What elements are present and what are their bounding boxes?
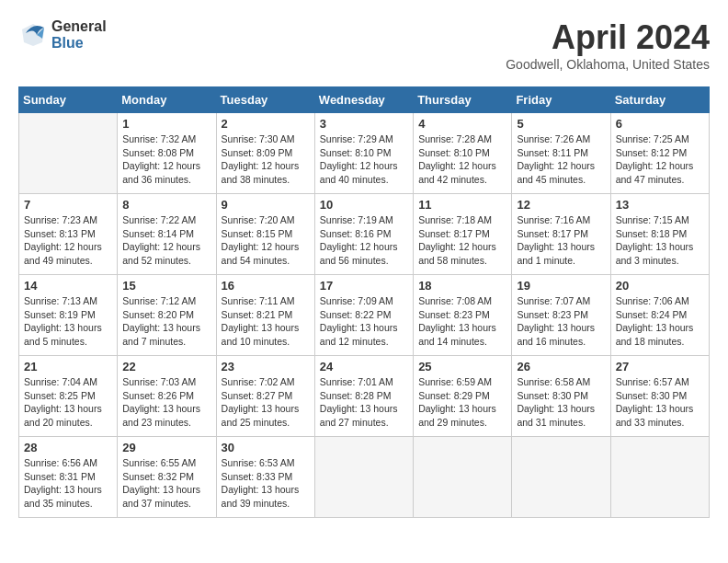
calendar-cell: 8Sunrise: 7:22 AM Sunset: 8:14 PM Daylig… [118, 194, 216, 275]
calendar-cell: 14Sunrise: 7:13 AM Sunset: 8:19 PM Dayli… [19, 275, 118, 356]
week-row-1: 1Sunrise: 7:32 AM Sunset: 8:08 PM Daylig… [19, 113, 710, 194]
calendar-cell: 15Sunrise: 7:12 AM Sunset: 8:20 PM Dayli… [118, 275, 216, 356]
day-info: Sunrise: 6:58 AM Sunset: 8:30 PM Dayligh… [517, 375, 605, 430]
day-info: Sunrise: 7:30 AM Sunset: 8:09 PM Dayligh… [222, 132, 310, 187]
day-number: 30 [222, 441, 310, 454]
day-header-friday: Friday [512, 87, 610, 113]
calendar-cell: 16Sunrise: 7:11 AM Sunset: 8:21 PM Dayli… [216, 275, 314, 356]
day-info: Sunrise: 7:29 AM Sunset: 8:10 PM Dayligh… [320, 132, 408, 187]
day-info: Sunrise: 7:19 AM Sunset: 8:16 PM Dayligh… [320, 213, 408, 268]
day-info: Sunrise: 7:02 AM Sunset: 8:27 PM Dayligh… [222, 375, 310, 430]
day-header-thursday: Thursday [414, 87, 512, 113]
day-info: Sunrise: 6:57 AM Sunset: 8:30 PM Dayligh… [616, 375, 704, 430]
day-info: Sunrise: 7:09 AM Sunset: 8:22 PM Dayligh… [320, 294, 408, 349]
calendar-cell [314, 437, 413, 518]
day-number: 26 [517, 360, 605, 373]
calendar-cell: 20Sunrise: 7:06 AM Sunset: 8:24 PM Dayli… [610, 275, 709, 356]
day-info: Sunrise: 7:13 AM Sunset: 8:19 PM Dayligh… [24, 294, 112, 349]
day-number: 27 [616, 360, 704, 373]
title-block: April 2024 Goodwell, Oklahoma, United St… [506, 18, 710, 72]
day-number: 9 [222, 198, 310, 212]
calendar-cell: 4Sunrise: 7:28 AM Sunset: 8:10 PM Daylig… [414, 113, 512, 194]
day-info: Sunrise: 7:32 AM Sunset: 8:08 PM Dayligh… [122, 132, 210, 187]
day-number: 6 [616, 117, 704, 131]
logo-text-general: General [51, 18, 107, 35]
day-number: 24 [320, 360, 408, 373]
day-number: 2 [222, 117, 310, 131]
calendar-cell: 17Sunrise: 7:09 AM Sunset: 8:22 PM Dayli… [314, 275, 413, 356]
calendar-table: SundayMondayTuesdayWednesdayThursdayFrid… [18, 86, 710, 518]
day-number: 20 [616, 279, 704, 293]
calendar-cell: 28Sunrise: 6:56 AM Sunset: 8:31 PM Dayli… [19, 437, 118, 518]
calendar-cell: 10Sunrise: 7:19 AM Sunset: 8:16 PM Dayli… [314, 194, 413, 275]
day-info: Sunrise: 6:56 AM Sunset: 8:31 PM Dayligh… [24, 456, 112, 511]
calendar-cell: 3Sunrise: 7:29 AM Sunset: 8:10 PM Daylig… [314, 113, 413, 194]
day-info: Sunrise: 7:12 AM Sunset: 8:20 PM Dayligh… [122, 294, 210, 349]
calendar-cell: 29Sunrise: 6:55 AM Sunset: 8:32 PM Dayli… [118, 437, 216, 518]
day-number: 4 [418, 117, 506, 131]
day-header-wednesday: Wednesday [314, 87, 413, 113]
day-number: 19 [517, 279, 605, 293]
calendar-cell: 18Sunrise: 7:08 AM Sunset: 8:23 PM Dayli… [414, 275, 512, 356]
calendar-cell [512, 437, 610, 518]
calendar-cell: 24Sunrise: 7:01 AM Sunset: 8:28 PM Dayli… [314, 356, 413, 437]
calendar-cell: 11Sunrise: 7:18 AM Sunset: 8:17 PM Dayli… [414, 194, 512, 275]
calendar-cell: 5Sunrise: 7:26 AM Sunset: 8:11 PM Daylig… [512, 113, 610, 194]
day-number: 23 [222, 360, 310, 373]
day-number: 12 [517, 198, 605, 212]
calendar-cell: 27Sunrise: 6:57 AM Sunset: 8:30 PM Dayli… [610, 356, 709, 437]
day-info: Sunrise: 7:04 AM Sunset: 8:25 PM Dayligh… [24, 375, 112, 430]
week-row-4: 21Sunrise: 7:04 AM Sunset: 8:25 PM Dayli… [19, 356, 710, 437]
page-header: General Blue April 2024 Goodwell, Oklaho… [18, 18, 710, 72]
calendar-cell [414, 437, 512, 518]
day-info: Sunrise: 7:22 AM Sunset: 8:14 PM Dayligh… [122, 213, 210, 268]
day-number: 3 [320, 117, 408, 131]
day-info: Sunrise: 7:15 AM Sunset: 8:18 PM Dayligh… [616, 213, 704, 268]
calendar-cell [610, 437, 709, 518]
day-number: 14 [24, 279, 112, 293]
day-info: Sunrise: 7:26 AM Sunset: 8:11 PM Dayligh… [517, 132, 605, 187]
logo-icon [18, 20, 48, 50]
day-info: Sunrise: 6:55 AM Sunset: 8:32 PM Dayligh… [122, 456, 210, 511]
week-row-2: 7Sunrise: 7:23 AM Sunset: 8:13 PM Daylig… [19, 194, 710, 275]
day-info: Sunrise: 7:08 AM Sunset: 8:23 PM Dayligh… [418, 294, 506, 349]
day-header-saturday: Saturday [610, 87, 709, 113]
day-number: 8 [122, 198, 210, 212]
day-header-sunday: Sunday [19, 87, 118, 113]
day-info: Sunrise: 7:16 AM Sunset: 8:17 PM Dayligh… [517, 213, 605, 268]
day-number: 18 [418, 279, 506, 293]
calendar-cell: 21Sunrise: 7:04 AM Sunset: 8:25 PM Dayli… [19, 356, 118, 437]
day-info: Sunrise: 7:23 AM Sunset: 8:13 PM Dayligh… [24, 213, 112, 268]
day-number: 17 [320, 279, 408, 293]
calendar-cell: 22Sunrise: 7:03 AM Sunset: 8:26 PM Dayli… [118, 356, 216, 437]
day-number: 7 [24, 198, 112, 212]
location: Goodwell, Oklahoma, United States [506, 57, 710, 72]
calendar-cell: 30Sunrise: 6:53 AM Sunset: 8:33 PM Dayli… [216, 437, 314, 518]
day-info: Sunrise: 6:53 AM Sunset: 8:33 PM Dayligh… [222, 456, 310, 511]
month-title: April 2024 [506, 18, 710, 57]
day-number: 28 [24, 441, 112, 454]
day-number: 29 [122, 441, 210, 454]
day-info: Sunrise: 7:18 AM Sunset: 8:17 PM Dayligh… [418, 213, 506, 268]
calendar-cell: 1Sunrise: 7:32 AM Sunset: 8:08 PM Daylig… [118, 113, 216, 194]
day-number: 15 [122, 279, 210, 293]
week-row-3: 14Sunrise: 7:13 AM Sunset: 8:19 PM Dayli… [19, 275, 710, 356]
day-number: 11 [418, 198, 506, 212]
calendar-cell [19, 113, 118, 194]
day-info: Sunrise: 7:07 AM Sunset: 8:23 PM Dayligh… [517, 294, 605, 349]
day-info: Sunrise: 6:59 AM Sunset: 8:29 PM Dayligh… [418, 375, 506, 430]
logo-text-blue: Blue [51, 35, 107, 52]
calendar-cell: 26Sunrise: 6:58 AM Sunset: 8:30 PM Dayli… [512, 356, 610, 437]
calendar-cell: 13Sunrise: 7:15 AM Sunset: 8:18 PM Dayli… [610, 194, 709, 275]
day-info: Sunrise: 7:20 AM Sunset: 8:15 PM Dayligh… [222, 213, 310, 268]
calendar-cell: 2Sunrise: 7:30 AM Sunset: 8:09 PM Daylig… [216, 113, 314, 194]
day-info: Sunrise: 7:03 AM Sunset: 8:26 PM Dayligh… [122, 375, 210, 430]
day-number: 1 [122, 117, 210, 131]
calendar-cell: 7Sunrise: 7:23 AM Sunset: 8:13 PM Daylig… [19, 194, 118, 275]
day-number: 16 [222, 279, 310, 293]
day-info: Sunrise: 7:25 AM Sunset: 8:12 PM Dayligh… [616, 132, 704, 187]
day-number: 10 [320, 198, 408, 212]
day-header-tuesday: Tuesday [216, 87, 314, 113]
calendar-cell: 9Sunrise: 7:20 AM Sunset: 8:15 PM Daylig… [216, 194, 314, 275]
day-info: Sunrise: 7:01 AM Sunset: 8:28 PM Dayligh… [320, 375, 408, 430]
